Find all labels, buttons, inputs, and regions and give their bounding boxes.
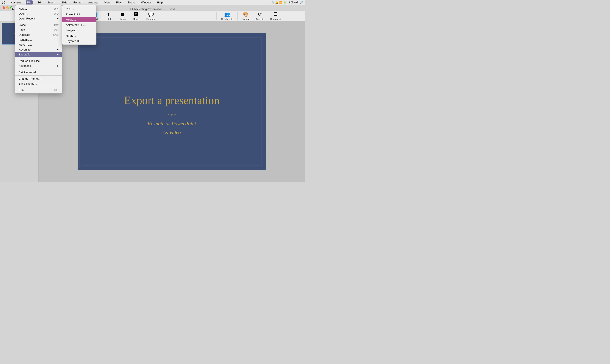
- export-pdf-label: PDF…: [66, 7, 74, 11]
- export-images[interactable]: Images…: [62, 28, 96, 33]
- menu-item-new-label: New…: [19, 7, 27, 10]
- menu-item-rename[interactable]: Rename…: [15, 37, 62, 42]
- menu-item-new[interactable]: New… ⌘N: [15, 6, 62, 11]
- export-images-label: Images…: [66, 29, 78, 32]
- menubar-view[interactable]: View: [103, 0, 111, 4]
- format-button[interactable]: 🎨 Format: [239, 10, 252, 22]
- export-pdf[interactable]: PDF…: [62, 6, 96, 12]
- text-label: Text: [107, 18, 111, 20]
- shape-icon: ◼: [121, 12, 124, 17]
- menu-item-set-password-label: Set Password…: [19, 71, 39, 74]
- export-keynote09[interactable]: Keynote '09…: [62, 38, 96, 44]
- export-powerpoint-label: PowerPoint…: [66, 13, 83, 16]
- menubar-file[interactable]: File: [26, 0, 33, 4]
- menu-item-advanced[interactable]: Advanced ▶: [15, 63, 62, 68]
- document-icon: ☰: [273, 12, 278, 17]
- menu-item-print-shortcut: ⌘P: [54, 89, 58, 92]
- menubar-arrange[interactable]: Arrange: [87, 0, 99, 4]
- collaborate-icon: 👥: [224, 12, 230, 17]
- menu-item-new-shortcut: ⌘N: [54, 7, 58, 10]
- menu-separator-4: [15, 75, 62, 76]
- menu-item-close-shortcut: ⌘W: [54, 24, 58, 26]
- document-button[interactable]: ☰ Document: [268, 10, 284, 22]
- document-label: Document: [270, 18, 281, 20]
- format-icon: 🎨: [243, 12, 249, 17]
- comment-icon: 💬: [148, 12, 154, 17]
- menu-item-save[interactable]: Save ⌘S: [15, 27, 62, 32]
- menu-item-change-theme[interactable]: Change Theme…: [15, 76, 62, 81]
- animate-icon: ⟳: [258, 12, 262, 17]
- menu-item-open-label: Open…: [19, 12, 28, 15]
- menu-item-save-theme-label: Save Theme…: [19, 82, 37, 85]
- apple-menu[interactable]: ⌘: [2, 0, 5, 4]
- canvas-area: Export a presentation ❧ ◆ ❧ Keynote or P…: [39, 21, 305, 182]
- menubar-play[interactable]: Play: [115, 0, 123, 4]
- menu-item-revert-to[interactable]: Revert To ▶: [15, 47, 62, 52]
- shape-label: Shape: [119, 18, 126, 20]
- menu-item-print[interactable]: Print… ⌘P: [15, 88, 62, 92]
- menu-item-move-to-label: Move To…: [19, 43, 32, 46]
- menubar-format[interactable]: Format: [72, 0, 84, 4]
- animate-button[interactable]: ⟳ Animate: [253, 10, 267, 22]
- status-icons: 🔍 🔔 📶 🔋: [271, 1, 286, 4]
- menu-item-export-to[interactable]: Export To ▶: [15, 52, 62, 57]
- menu-item-reduce-file-size[interactable]: Reduce File Size…: [15, 58, 62, 63]
- menu-item-save-label: Save: [19, 28, 25, 31]
- slide-subtitle-line1: Keynote or PowerPoint: [148, 121, 196, 126]
- menu-item-open-recent-label: Open Recent: [19, 17, 35, 20]
- menu-item-revert-to-label: Revert To: [19, 48, 30, 51]
- menu-item-save-theme[interactable]: Save Theme…: [15, 81, 62, 86]
- menu-item-close[interactable]: Close ⌘W: [15, 23, 62, 27]
- menubar-help[interactable]: Help: [156, 0, 164, 4]
- text-button[interactable]: T Text: [102, 11, 115, 21]
- menu-item-duplicate[interactable]: Duplicate ⇧⌘S: [15, 32, 62, 37]
- export-powerpoint[interactable]: PowerPoint…: [62, 12, 96, 17]
- menu-item-open[interactable]: Open… ⌘O: [15, 11, 62, 16]
- menu-item-change-theme-label: Change Theme…: [19, 77, 41, 80]
- menu-item-reduce-file-size-label: Reduce File Size…: [19, 59, 42, 63]
- slide-title: Export a presentation: [86, 94, 258, 107]
- slide-canvas[interactable]: Export a presentation ❧ ◆ ❧ Keynote or P…: [78, 33, 266, 170]
- menu-separator-2: [15, 58, 62, 58]
- menubar-edit[interactable]: Edit: [36, 0, 43, 4]
- menubar-insert[interactable]: Insert: [47, 0, 57, 4]
- export-html[interactable]: HTML…: [62, 33, 96, 38]
- comment-button[interactable]: 💬 Comment: [143, 10, 159, 22]
- collaborate-label: Collaborate: [221, 18, 233, 20]
- menubar-window[interactable]: Window: [140, 0, 152, 4]
- slide-subtitle-line2: As Video: [163, 130, 181, 135]
- menubar-share[interactable]: Share: [126, 0, 136, 4]
- menu-item-move-to[interactable]: Move To…: [15, 42, 62, 47]
- text-icon: T: [107, 12, 110, 17]
- menu-item-open-shortcut: ⌘O: [54, 12, 58, 15]
- menu-item-export-to-label: Export To: [19, 53, 30, 56]
- animate-label: Animate: [256, 18, 264, 20]
- minimize-button[interactable]: [6, 6, 9, 9]
- menu-separator-1: [15, 22, 62, 22]
- format-label: Format: [242, 18, 249, 20]
- time-display: 9:05 AM: [288, 1, 298, 4]
- menu-separator-3: [15, 69, 62, 69]
- search-icon[interactable]: 🔎: [300, 1, 303, 4]
- slide-divider: ❧ ◆ ❧: [106, 112, 238, 117]
- menubar-slide[interactable]: Slide: [60, 0, 69, 4]
- slide-subtitle: Keynote or PowerPoint As Video: [108, 119, 236, 137]
- close-button[interactable]: [2, 6, 5, 9]
- revert-to-arrow: ▶: [57, 48, 58, 51]
- export-animated-gif[interactable]: Animated GIF…: [62, 22, 96, 28]
- document-edited-badge: — Edited: [163, 8, 175, 11]
- comment-label: Comment: [146, 18, 156, 20]
- menu-item-duplicate-shortcut: ⇧⌘S: [52, 33, 58, 36]
- media-button[interactable]: 🖼 Media: [130, 10, 143, 22]
- toolbar-separator-3: [237, 12, 238, 20]
- menubar-keynote[interactable]: Keynote: [9, 0, 22, 4]
- menu-item-set-password[interactable]: Set Password…: [15, 70, 62, 75]
- collaborate-button[interactable]: 👥 Collaborate: [218, 10, 236, 22]
- shape-button[interactable]: ◼ Shape: [116, 10, 129, 22]
- menu-item-advanced-label: Advanced: [19, 64, 31, 67]
- menu-item-open-recent[interactable]: Open Recent ▶: [15, 16, 62, 21]
- menu-item-duplicate-label: Duplicate: [19, 33, 30, 36]
- export-movie[interactable]: Movie…: [62, 17, 96, 22]
- export-to-arrow: ▶: [57, 53, 58, 56]
- menu-item-print-label: Print…: [19, 89, 27, 92]
